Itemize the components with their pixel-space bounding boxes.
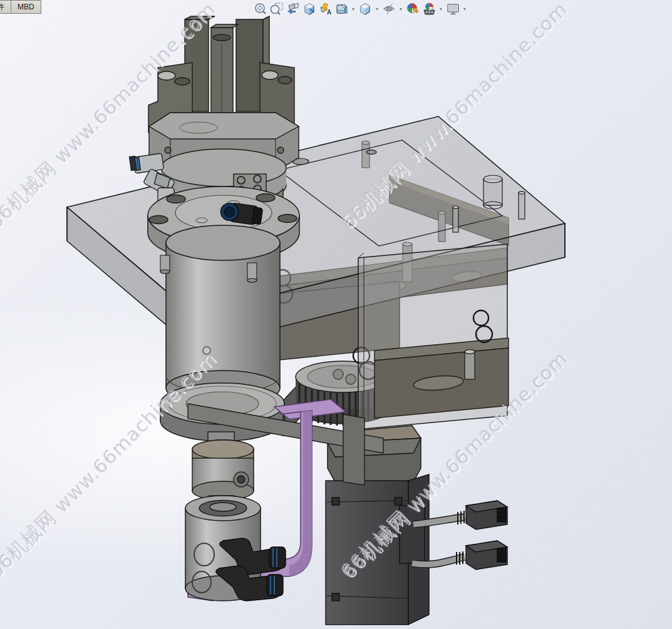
edit-appearance-icon <box>406 3 420 16</box>
heads-up-view-toolbar: A ▾ ▾ ▾ <box>252 1 468 17</box>
svg-text:A: A <box>327 9 331 16</box>
view-orientation-icon <box>335 3 348 16</box>
document-tab-bar: 件 MBD <box>0 0 41 14</box>
display-style-icon <box>359 3 372 16</box>
tab-part[interactable]: 件 <box>0 0 11 14</box>
motor-connectors[interactable] <box>466 501 507 570</box>
display-style-dropdown[interactable]: ▾ <box>374 1 380 16</box>
dynamic-annotation-views-icon: A <box>319 3 332 16</box>
zoom-to-fit-icon <box>254 3 267 16</box>
zoom-to-fit-button[interactable] <box>252 1 267 16</box>
display-style-button[interactable] <box>358 1 373 16</box>
section-view-icon <box>302 3 316 16</box>
zoom-to-area-icon <box>270 3 283 16</box>
view-orientation-dropdown[interactable]: ▾ <box>350 1 356 16</box>
hide-show-items-icon <box>383 3 396 16</box>
view-orientation-button[interactable] <box>334 1 349 16</box>
previous-view-icon <box>286 3 299 16</box>
apply-scene-dropdown[interactable]: ▾ <box>438 1 444 16</box>
section-view-button[interactable] <box>301 1 316 16</box>
previous-view-button[interactable] <box>285 1 300 16</box>
tab-mbd[interactable]: MBD <box>11 0 41 14</box>
view-settings-icon <box>447 3 460 16</box>
view-settings-button[interactable] <box>445 1 460 16</box>
edit-appearance-button[interactable] <box>405 1 420 16</box>
view-settings-dropdown[interactable]: ▾ <box>462 1 468 16</box>
apply-scene-icon <box>423 3 436 16</box>
cad-3d-viewport[interactable]: 66机械网 www.66machine.com 66机械网 www.66mach… <box>0 0 672 629</box>
hide-show-items-dropdown[interactable]: ▾ <box>398 1 404 16</box>
apply-scene-button[interactable] <box>421 1 437 16</box>
annotation-views-button[interactable]: A <box>318 1 333 16</box>
zoom-to-area-button[interactable] <box>269 1 284 16</box>
hide-show-items-button[interactable] <box>381 1 396 16</box>
